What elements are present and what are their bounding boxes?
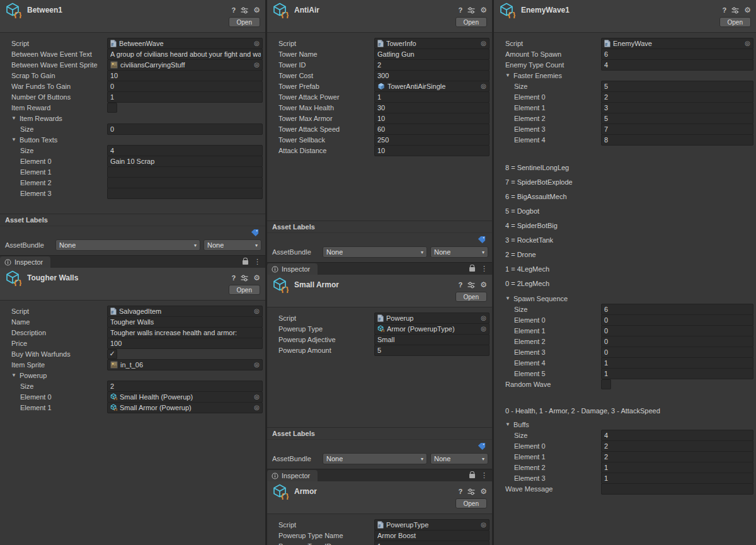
text-field[interactable]: 2 [374,59,490,71]
text-field[interactable]: 0 [601,336,753,347]
text-field[interactable]: 0 [601,314,753,326]
text-field[interactable]: 10 [374,113,490,124]
object-picker-icon[interactable]: ◎ [253,404,261,411]
open-button[interactable]: Open [455,17,487,27]
object-field[interactable]: {}Small Health (Powerup)◎ [107,391,263,403]
text-field[interactable]: 0 [601,347,753,358]
help-icon[interactable]: ? [459,6,463,14]
text-field[interactable]: 4 [107,145,263,156]
foldout-label[interactable]: ▼Spawn Sequence [505,295,601,302]
text-field[interactable]: 0 [107,81,263,92]
foldout-label[interactable]: ▼Buffs [505,421,601,428]
help-icon[interactable]: ? [232,6,236,14]
assetbundle-dropdown[interactable]: None▾ [323,246,427,258]
presets-icon[interactable] [731,7,739,14]
kebab-menu-icon[interactable]: ⋮ [481,472,488,479]
script-field[interactable]: #TowerInfo◎ [374,38,490,49]
open-button[interactable]: Open [455,498,487,508]
gear-icon[interactable]: ⚙ [480,281,487,289]
help-icon[interactable]: ? [459,281,463,289]
lock-icon[interactable] [469,267,475,272]
tab-inspector[interactable]: Inspector [267,263,318,275]
open-button[interactable]: Open [455,292,487,302]
text-field[interactable]: 2 [601,451,753,462]
text-field[interactable]: 3 [601,102,753,113]
text-field[interactable]: 7 [601,123,753,135]
script-field[interactable]: #PowerupType◎ [374,519,490,531]
text-field[interactable] [107,177,263,188]
text-field[interactable]: Tougher Walls [107,316,263,328]
text-field[interactable]: Gatling Gun [374,49,490,60]
foldout-label[interactable]: ▼Item Rewards [11,115,107,122]
lock-icon[interactable] [243,260,248,265]
sprite-field[interactable]: in_t_06◎ [107,359,263,370]
assetbundle-variant-dropdown[interactable]: None▾ [430,453,488,464]
text-field[interactable]: 6 [601,304,753,315]
text-field[interactable]: 8 [601,134,753,146]
text-field[interactable]: 2 [601,91,753,103]
presets-icon[interactable] [241,275,248,282]
gear-icon[interactable]: ⚙ [253,6,260,14]
asset-label-tag-icon[interactable] [251,229,259,237]
text-field[interactable]: Armor Boost [374,530,490,541]
asset-label-tag-icon[interactable] [478,236,486,244]
help-icon[interactable]: ? [459,488,463,495]
kebab-menu-icon[interactable]: ⋮ [481,265,488,272]
text-field[interactable]: 6 [601,49,753,60]
text-field[interactable]: 100 [107,338,263,349]
text-field[interactable]: 60 [374,123,490,135]
object-picker-icon[interactable]: ◎ [743,40,752,47]
foldout-label[interactable]: ▼Faster Enemies [505,72,601,79]
checkbox[interactable] [107,103,117,113]
text-field[interactable] [107,188,263,199]
checkbox[interactable] [601,379,611,389]
open-button[interactable]: Open [229,285,260,295]
text-field[interactable]: 1 [601,473,753,484]
text-field[interactable]: Tougher walls increase health and armor: [107,327,263,338]
asset-label-tag-icon[interactable] [478,442,486,450]
assetbundle-variant-dropdown[interactable]: None▾ [203,239,261,251]
text-field[interactable]: Small [374,334,490,345]
text-field[interactable] [601,483,753,495]
text-field[interactable]: 4 [601,430,753,441]
script-field[interactable]: #SalvagedItem◎ [107,306,263,317]
foldout-label[interactable]: ▼Powerup [11,372,107,379]
assetbundle-dropdown[interactable]: None▾ [323,453,427,464]
help-icon[interactable]: ? [232,274,236,282]
gear-icon[interactable]: ⚙ [253,274,260,282]
object-picker-icon[interactable]: ◎ [253,394,261,400]
object-picker-icon[interactable]: ◎ [253,308,261,314]
object-picker-icon[interactable]: ◎ [479,522,488,528]
presets-icon[interactable] [467,7,475,14]
text-field[interactable]: 2 [107,381,263,392]
text-field[interactable]: 5 [601,81,753,92]
assetbundle-dropdown[interactable]: None▾ [55,239,200,251]
text-field[interactable]: Gain 10 Scrap [107,156,263,167]
object-picker-icon[interactable]: ◎ [479,83,488,89]
text-field[interactable]: 5 [374,345,490,356]
tab-inspector[interactable]: Inspector [267,470,318,481]
object-picker-icon[interactable]: ◎ [253,62,261,68]
object-field[interactable]: {}Armor (PowerupType)◎ [374,323,490,335]
text-field[interactable]: 1 [601,462,753,473]
gear-icon[interactable]: ⚙ [744,6,751,14]
object-picker-icon[interactable]: ◎ [479,326,488,332]
object-picker-icon[interactable]: ◎ [479,40,488,47]
text-field[interactable]: 10 [107,70,263,81]
text-field[interactable]: 300 [374,70,490,81]
script-field[interactable]: #Powerup◎ [374,313,490,324]
tab-inspector[interactable]: Inspector [0,256,50,268]
presets-icon[interactable] [467,488,475,495]
text-field[interactable]: A group of civilians heard about your fi… [107,49,263,60]
script-field[interactable]: #EnemyWave◎ [601,38,753,49]
text-field[interactable]: 1 [601,357,753,369]
open-button[interactable]: Open [229,17,260,27]
assetbundle-variant-dropdown[interactable]: None▾ [430,246,488,258]
gear-icon[interactable]: ⚙ [480,488,487,495]
help-icon[interactable]: ? [723,6,727,14]
script-field[interactable]: #BetweenWave◎ [107,38,263,49]
object-picker-icon[interactable]: ◎ [479,315,488,321]
lock-icon[interactable] [469,474,475,478]
text-field[interactable]: 2 [601,440,753,452]
text-field[interactable]: 0 [601,325,753,336]
